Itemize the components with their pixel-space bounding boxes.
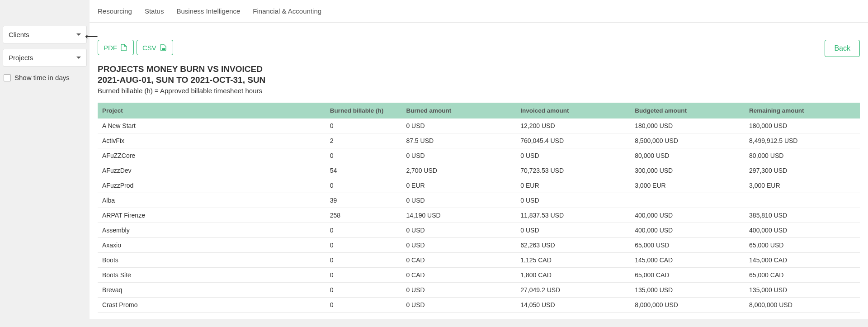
report-tabs: ResourcingStatusBusiness IntelligenceFin… (90, 0, 868, 23)
tab-resourcing[interactable]: Resourcing (98, 4, 132, 19)
cell-budgeted: 145,000 CAD (631, 253, 745, 268)
table-body: A New Start00 USD12,200 USD180,000 USD18… (98, 118, 860, 313)
column-header: Burned amount (402, 103, 517, 118)
table-row: Crast Promo00 USD14,050 USD8,000,000 USD… (98, 298, 860, 313)
cell-project: Boots Site (98, 268, 326, 283)
table-row: Axaxio00 USD62,263 USD65,000 USD65,000 U… (98, 238, 860, 253)
cell-remaining: 80,000 USD (745, 148, 860, 163)
cell-project: A New Start (98, 118, 326, 133)
export-pdf-button[interactable]: PDF (98, 40, 134, 55)
cell-invoiced: 0 USD (517, 148, 631, 163)
show-days-label: Show time in days (14, 74, 70, 81)
cell-budgeted (631, 193, 745, 208)
cell-burned: 0 USD (402, 283, 517, 298)
cell-hours: 0 (326, 283, 403, 298)
column-header: Budgeted amount (631, 103, 745, 118)
cell-hours: 54 (326, 163, 403, 178)
table-row: Boots Site00 CAD1,800 CAD65,000 CAD65,00… (98, 268, 860, 283)
cell-hours: 0 (326, 298, 403, 313)
cell-remaining: 180,000 USD (745, 118, 860, 133)
cell-hours: 0 (326, 223, 403, 238)
report-title: PROJECTS MONEY BURN VS INVOICED (98, 64, 860, 74)
export-csv-button[interactable]: CSV (137, 40, 173, 55)
cell-invoiced: 11,837.53 USD (517, 208, 631, 223)
cell-burned: 0 USD (402, 148, 517, 163)
cell-hours: 0 (326, 148, 403, 163)
cell-budgeted: 135,000 USD (631, 283, 745, 298)
clients-dropdown-label: Clients (9, 31, 29, 38)
sidebar: Clients Projects Show time in days (0, 0, 90, 319)
cell-remaining (745, 193, 860, 208)
cell-budgeted: 300,000 USD (631, 163, 745, 178)
tab-status[interactable]: Status (145, 4, 164, 19)
table-row: Alba390 USD0 USD (98, 193, 860, 208)
cell-invoiced: 14,050 USD (517, 298, 631, 313)
cell-invoiced: 760,045.4 USD (517, 133, 631, 148)
cell-budgeted: 8,000,000 USD (631, 298, 745, 313)
cell-project: Assembly (98, 223, 326, 238)
show-time-in-days-checkbox[interactable]: Show time in days (3, 72, 87, 83)
cell-burned: 2,700 USD (402, 163, 517, 178)
tab-financial-accounting[interactable]: Financial & Accounting (253, 4, 321, 19)
clients-dropdown[interactable]: Clients (3, 26, 87, 43)
table-row: Boots00 CAD1,125 CAD145,000 CAD145,000 C… (98, 253, 860, 268)
cell-remaining: 8,499,912.5 USD (745, 133, 860, 148)
tab-business-intelligence[interactable]: Business Intelligence (176, 4, 240, 19)
column-header: Burned billable (h) (326, 103, 403, 118)
cell-invoiced: 70,723.53 USD (517, 163, 631, 178)
cell-budgeted: 80,000 USD (631, 148, 745, 163)
cell-remaining: 297,300 USD (745, 163, 860, 178)
cell-burned: 0 USD (402, 238, 517, 253)
pdf-icon (120, 43, 128, 52)
cell-invoiced: 1,125 CAD (517, 253, 631, 268)
cell-invoiced: 0 EUR (517, 178, 631, 193)
cell-hours: 0 (326, 178, 403, 193)
cell-burned: 14,190 USD (402, 208, 517, 223)
cell-hours: 2 (326, 133, 403, 148)
cell-invoiced: 27,049.2 USD (517, 283, 631, 298)
cell-invoiced: 62,263 USD (517, 238, 631, 253)
column-header: Remaining amount (745, 103, 860, 118)
main-content: ResourcingStatusBusiness IntelligenceFin… (90, 0, 868, 319)
cell-project: ActivFix (98, 133, 326, 148)
column-header: Invoiced amount (517, 103, 631, 118)
cell-burned: 0 CAD (402, 253, 517, 268)
projects-dropdown[interactable]: Projects (3, 49, 87, 66)
report-date-range: 2021-AUG-01, SUN TO 2021-OCT-31, SUN (98, 75, 860, 85)
back-button[interactable]: Back (825, 40, 860, 57)
cell-remaining: 145,000 CAD (745, 253, 860, 268)
cell-invoiced: 0 USD (517, 223, 631, 238)
cell-burned: 0 EUR (402, 178, 517, 193)
table-row: AFuzzProd00 EUR0 EUR3,000 EUR3,000 EUR (98, 178, 860, 193)
cell-budgeted: 65,000 CAD (631, 268, 745, 283)
chevron-down-icon (76, 33, 81, 36)
csv-label: CSV (142, 44, 156, 52)
cell-hours: 39 (326, 193, 403, 208)
collapse-sidebar-icon[interactable]: ⟵ (83, 31, 100, 41)
cell-remaining: 385,810 USD (745, 208, 860, 223)
cell-budgeted: 180,000 USD (631, 118, 745, 133)
cell-remaining: 135,000 USD (745, 283, 860, 298)
cell-burned: 0 CAD (402, 268, 517, 283)
cell-project: Boots (98, 253, 326, 268)
checkbox-icon (4, 74, 11, 81)
cell-invoiced: 0 USD (517, 193, 631, 208)
table-row: Brevaq00 USD27,049.2 USD135,000 USD135,0… (98, 283, 860, 298)
cell-invoiced: 1,800 CAD (517, 268, 631, 283)
table-row: AFuZZCore00 USD0 USD80,000 USD80,000 USD (98, 148, 860, 163)
cell-project: Crast Promo (98, 298, 326, 313)
cell-invoiced: 12,200 USD (517, 118, 631, 133)
report-note: Burned billable (h) = Approved billable … (98, 87, 860, 95)
cell-project: AFuzzProd (98, 178, 326, 193)
cell-budgeted: 400,000 USD (631, 208, 745, 223)
table-header-row: ProjectBurned billable (h)Burned amountI… (98, 103, 860, 118)
cell-burned: 0 USD (402, 223, 517, 238)
cell-remaining: 3,000 EUR (745, 178, 860, 193)
table-row: ARPAT Firenze25814,190 USD11,837.53 USD4… (98, 208, 860, 223)
cell-burned: 0 USD (402, 118, 517, 133)
cell-project: Axaxio (98, 238, 326, 253)
pdf-label: PDF (104, 44, 117, 52)
chevron-down-icon (76, 57, 81, 59)
cell-hours: 0 (326, 253, 403, 268)
cell-budgeted: 8,500,000 USD (631, 133, 745, 148)
